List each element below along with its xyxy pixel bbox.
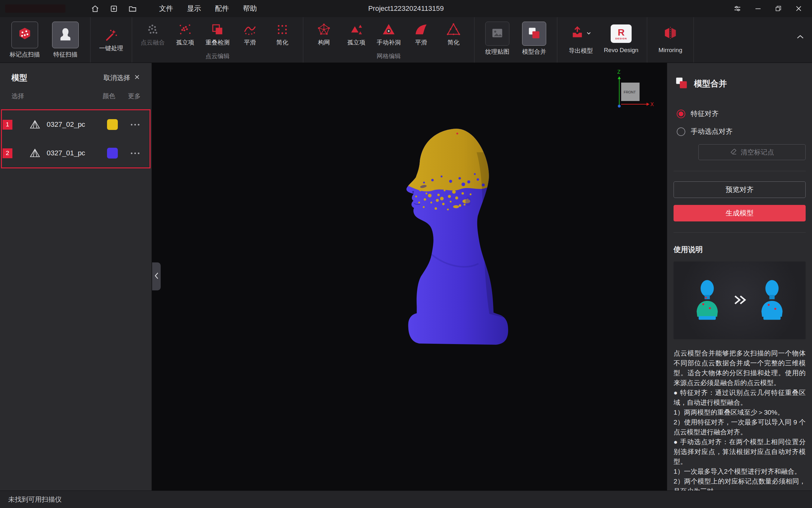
pc-smooth-label: 平滑 (244, 38, 256, 47)
one-click-process-button[interactable]: 一键处理 (95, 27, 127, 52)
alignment-mode-group: 特征对齐 手动选点对齐 (674, 105, 806, 140)
model-list-item-2[interactable]: 2 0327_01_pc (2, 139, 149, 167)
model-merge-panel-icon (675, 76, 688, 91)
panel-title: 模型合并 (694, 78, 727, 89)
settings-sliders-icon[interactable] (733, 4, 741, 13)
restore-button[interactable] (774, 5, 782, 12)
fill-holes-label: 手动补洞 (377, 38, 401, 47)
selected-models-group: 1 0327_02_pc 2 0327_01_pc (1, 109, 150, 168)
model-merge-label: 模型合并 (522, 48, 546, 56)
menubar: 文件 显示 配件 帮助 (152, 0, 264, 17)
preview-align-button[interactable]: 预览对齐 (674, 181, 806, 198)
chevron-left-icon (154, 272, 159, 281)
one-click-process-label: 一键处理 (99, 44, 123, 52)
deselect-close-icon (134, 74, 140, 82)
menu-file[interactable]: 文件 (152, 0, 180, 17)
generate-model-button[interactable]: 生成模型 (674, 205, 806, 221)
mesh-model-icon (29, 147, 41, 159)
model-color-swatch[interactable] (107, 119, 118, 130)
left-panel-collapse-button[interactable] (152, 262, 161, 290)
pc-smooth-button[interactable]: 平滑 (234, 22, 266, 47)
revo-design-label: Revo Design (604, 47, 639, 54)
marker-scan-button[interactable]: 标记点扫描 (4, 22, 45, 59)
pc-isolated-label: 孤立项 (176, 38, 194, 47)
manual-align-label: 手动选点对齐 (691, 127, 733, 136)
open-folder-icon[interactable] (128, 4, 137, 13)
feature-align-label: 特征对齐 (691, 109, 719, 119)
model-list-item-1[interactable]: 1 0327_02_pc (2, 110, 149, 139)
fill-holes-button[interactable]: 手动补洞 (372, 22, 405, 47)
manual-align-radio[interactable]: 手动选点对齐 (677, 123, 806, 140)
export-model-button[interactable]: 导出模型 (562, 22, 600, 55)
feature-scan-icon (58, 27, 73, 43)
feature-scan-button[interactable]: 特征扫描 (45, 22, 86, 59)
divider (674, 232, 806, 232)
mesh-build-icon (317, 22, 331, 38)
mesh-build-label: 构网 (318, 38, 330, 47)
pc-smooth-icon (242, 22, 257, 38)
one-click-section: 一键处理 (91, 17, 132, 62)
texture-merge-section: 纹理贴图 模型合并 (475, 17, 557, 62)
revo-design-button[interactable]: R DESIGN Revo Design (600, 22, 642, 54)
deselect-all-button[interactable]: 取消选择 (103, 73, 140, 82)
export-dropdown-chevron-icon[interactable] (586, 31, 591, 37)
merge-illustration (674, 261, 806, 339)
mirroring-button[interactable]: Mirroring (651, 22, 689, 54)
main-area: 模型 取消选择 选择 颜色 更多 1 (0, 63, 812, 491)
home-icon[interactable] (91, 4, 99, 13)
ribbon-toolbar: 标记点扫描 特征扫描 一键处理 (0, 17, 812, 63)
divider (674, 171, 806, 171)
mesh-smooth-button[interactable]: 平滑 (405, 22, 437, 47)
pointcloud-fuse-icon (145, 22, 160, 38)
app-logo (5, 4, 65, 13)
pointcloud-group-label: 点云编辑 (132, 50, 303, 62)
ribbon-collapse-chevron-icon[interactable] (796, 34, 805, 41)
revo-design-logo: R DESIGN (611, 25, 632, 43)
model-merge-button[interactable]: 模型合并 (516, 22, 552, 56)
mesh-smooth-icon (414, 22, 428, 38)
close-button[interactable] (795, 5, 803, 12)
view-orientation-gizmo[interactable]: Z FRONT X (616, 69, 654, 114)
menu-accessories[interactable]: 配件 (208, 0, 236, 17)
mesh-build-button[interactable]: 构网 (308, 22, 340, 47)
viewport-3d[interactable]: Z FRONT X (152, 63, 667, 491)
model-merge-icon (527, 26, 541, 41)
eraser-icon (730, 148, 737, 157)
menu-display[interactable]: 显示 (180, 0, 208, 17)
app-window: 文件 显示 配件 帮助 Project12232024113159 (0, 0, 812, 508)
overlap-detect-button[interactable]: 重叠检测 (201, 22, 234, 47)
more-column-label: 更多 (128, 92, 141, 100)
model-name: 0327_01_pc (47, 149, 85, 157)
mesh-edit-section: 构网 孤立项 手动补洞 (303, 17, 475, 62)
pointcloud-fuse-label: 点云融合 (141, 38, 165, 47)
mesh-isolated-button[interactable]: 孤立项 (340, 22, 372, 47)
new-project-icon[interactable] (109, 4, 118, 13)
minimize-button[interactable] (754, 5, 762, 12)
marker-scan-icon-box (11, 22, 38, 48)
mirroring-label: Mirroring (659, 47, 682, 54)
mesh-isolated-icon (349, 22, 364, 38)
bust-before-icon (691, 276, 724, 325)
radio-checked-icon (677, 110, 685, 118)
model-color-swatch[interactable] (107, 148, 118, 159)
pc-isolated-points-icon (178, 22, 192, 38)
model-more-button[interactable] (125, 153, 145, 154)
merged-bust-model[interactable] (387, 118, 514, 369)
revo-logo-letter: R (618, 28, 625, 37)
marker-scan-icon (17, 27, 32, 43)
forward-chevrons-icon (732, 292, 747, 309)
revo-logo-sub: DESIGN (616, 37, 627, 40)
export-model-label: 导出模型 (569, 47, 593, 55)
mesh-simplify-button[interactable]: 简化 (437, 22, 470, 47)
mesh-model-icon (29, 119, 41, 131)
magic-wand-icon (104, 27, 119, 43)
pc-simplify-button[interactable]: 简化 (266, 22, 299, 47)
pc-isolated-button[interactable]: 孤立项 (169, 22, 201, 47)
usage-title: 使用说明 (674, 245, 806, 254)
menu-help[interactable]: 帮助 (236, 0, 264, 17)
feature-scan-icon-box (52, 22, 79, 48)
selection-order-badge: 1 (3, 120, 12, 130)
model-more-button[interactable] (125, 124, 145, 126)
marker-scan-label: 标记点扫描 (10, 50, 40, 59)
feature-align-radio[interactable]: 特征对齐 (677, 105, 806, 123)
